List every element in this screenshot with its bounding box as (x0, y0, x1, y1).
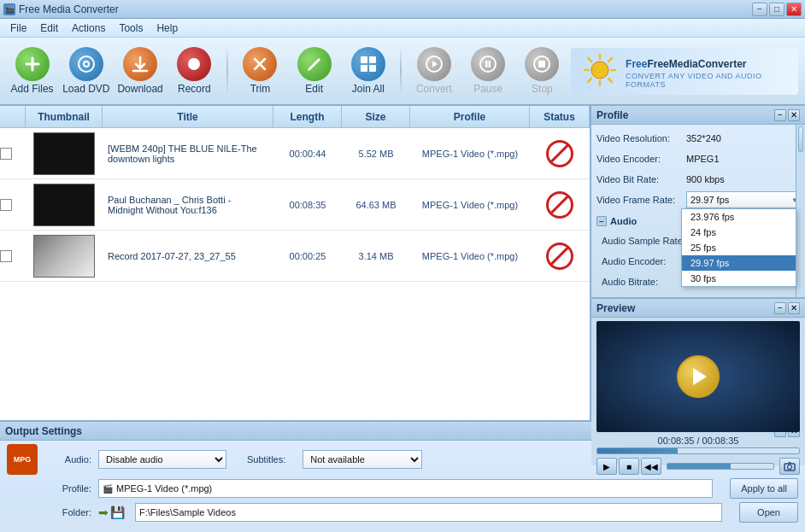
join-all-button[interactable]: Join All (343, 42, 393, 100)
fps-dropdown[interactable]: 23.976 fps 24 fps 25 fps 29.97 fps 30 fp… (681, 208, 796, 287)
pause-button[interactable]: Pause (463, 42, 514, 100)
header-title: Title (103, 106, 273, 127)
load-dvd-button[interactable]: Load DVD (61, 42, 111, 100)
fps-option-23[interactable]: 23.976 fps (682, 209, 796, 225)
profile-row-bitrate: Video Bit Rate: 900 kbps (591, 169, 805, 190)
file-list-header: Thumbnail Title Length Size Profile Stat… (0, 106, 590, 128)
convert-icon (417, 47, 451, 81)
trim-button[interactable]: Trim (235, 42, 285, 100)
table-row: Record 2017-07-27, 23_27_55 00:00:25 3.1… (0, 231, 590, 282)
brand-subtitle: CONVERT ANY VIDEO AND AUDIO FORMATS (626, 72, 788, 89)
minimize-button[interactable]: − (752, 3, 767, 16)
svg-rect-9 (485, 61, 488, 67)
brand-logo (581, 51, 619, 91)
profile-row-resolution: Video Resolution: 352*240 (591, 128, 805, 149)
audio-select[interactable]: Disable audio (98, 450, 226, 469)
fps-option-25[interactable]: 25 fps (682, 240, 796, 255)
row-2-thumbnail (33, 184, 95, 226)
fps-option-2997[interactable]: 29.97 fps (682, 255, 796, 271)
preview-play-button[interactable] (677, 355, 720, 398)
folder-label: Folder: (44, 507, 91, 517)
row-2-profile: MPEG-1 Video (*.mpg) (410, 200, 530, 210)
menu-file[interactable]: File (3, 20, 33, 36)
svg-point-13 (591, 61, 608, 79)
edit-button[interactable]: Edit (289, 42, 339, 100)
svg-point-8 (480, 56, 496, 72)
svg-rect-12 (538, 61, 545, 67)
header-profile: Profile (410, 106, 530, 127)
svg-rect-10 (489, 61, 491, 67)
row-2-status-blocked (546, 191, 573, 219)
row-3-checkbox[interactable] (0, 250, 12, 262)
table-row: Paul Buchanan _ Chris Botti - Midnight W… (0, 179, 590, 231)
brand-name: FreeFreeMediaConverter (626, 54, 788, 72)
profile-display: 🎬 MPEG-1 Video (*.mpg) (98, 479, 713, 498)
trim-icon (243, 47, 277, 81)
apply-to-all-button[interactable]: Apply to all (730, 478, 798, 499)
header-check (0, 106, 26, 127)
app-icon: 🎬 (3, 3, 15, 15)
add-files-icon (15, 47, 50, 81)
row-1-length: 00:00:44 (273, 149, 342, 159)
convert-button[interactable]: Convert (408, 42, 459, 100)
menu-help[interactable]: Help (150, 20, 185, 36)
preview-panel-header: Preview − ✕ (591, 299, 805, 318)
stop-icon (525, 47, 559, 81)
output-row-audio: MPG Audio: Disable audio Subtitles: Not … (7, 444, 798, 475)
record-button[interactable]: Record (169, 42, 220, 100)
preview-video-area (596, 321, 800, 432)
row-3-thumbnail (33, 235, 95, 278)
download-button[interactable]: Download (115, 42, 165, 100)
output-settings-title: Output Settings (5, 425, 82, 437)
scrollbar-thumb[interactable] (798, 126, 803, 152)
preview-panel: Preview − ✕ 00:08:35 / 00:08:35 ▶ ■ ◀◀ (591, 299, 805, 465)
main-area: Thumbnail Title Length Size Profile Stat… (0, 106, 805, 420)
svg-point-2 (188, 58, 200, 70)
profile-icon: 🎬 (103, 484, 113, 494)
row-1-checkbox[interactable] (0, 148, 12, 160)
row-2-title: Paul Buchanan _ Chris Botti - Midnight W… (103, 191, 273, 219)
preview-panel-minimize[interactable]: − (774, 302, 786, 314)
profile-panel-header: Profile − ✕ (591, 106, 805, 125)
open-button[interactable]: Open (739, 502, 798, 523)
menu-bar: File Edit Actions Tools Help (0, 19, 805, 38)
maximize-button[interactable]: □ (769, 3, 784, 16)
subtitles-label: Subtitles: (247, 454, 285, 465)
profile-panel-close[interactable]: ✕ (788, 109, 800, 121)
svg-rect-3 (361, 56, 367, 63)
profile-scrollbar[interactable] (796, 125, 805, 297)
row-2-checkbox[interactable] (0, 199, 12, 211)
audio-collapse-button[interactable]: − (596, 216, 607, 226)
row-1-profile: MPEG-1 Video (*.mpg) (410, 149, 530, 159)
row-1-title: [WEBM 240p] THE BLUE NILE-The downtown l… (103, 140, 273, 167)
stop-button[interactable]: Stop (517, 42, 567, 100)
framerate-select[interactable]: 23.976 fps 24 fps 25 fps 29.97 fps 30 fp… (686, 191, 800, 208)
profile-panel: Profile − ✕ Video Resolution: 352*240 Vi… (591, 106, 805, 299)
row-3-profile: MPEG-1 Video (*.mpg) (410, 251, 530, 261)
row-2-length: 00:08:35 (273, 200, 342, 210)
preview-panel-close[interactable]: ✕ (788, 302, 800, 314)
subtitles-select[interactable]: Not available (303, 450, 422, 469)
svg-line-19 (608, 79, 612, 82)
menu-tools[interactable]: Tools (112, 20, 150, 36)
header-size: Size (342, 106, 410, 127)
brand-area: FreeFreeMediaConverter CONVERT ANY VIDEO… (571, 48, 798, 95)
folder-input[interactable] (135, 503, 722, 522)
svg-point-0 (79, 56, 94, 72)
svg-line-18 (588, 58, 591, 61)
row-3-size: 3.14 MB (342, 251, 410, 261)
profile-panel-minimize[interactable]: − (774, 109, 786, 121)
close-button[interactable]: ✕ (786, 3, 802, 16)
menu-actions[interactable]: Actions (65, 20, 112, 36)
audio-label: Audio: (44, 454, 91, 465)
profile-panel-title: Profile (596, 109, 628, 121)
header-length: Length (273, 106, 342, 127)
menu-edit[interactable]: Edit (33, 20, 65, 36)
file-list: Thumbnail Title Length Size Profile Stat… (0, 106, 591, 420)
fps-option-30[interactable]: 30 fps (682, 271, 796, 286)
row-2-size: 64.63 MB (342, 200, 410, 210)
fps-option-24[interactable]: 24 fps (682, 225, 796, 240)
add-files-button[interactable]: Add Files (7, 42, 57, 100)
right-panel: Profile − ✕ Video Resolution: 352*240 Vi… (591, 106, 805, 420)
save-icon: 💾 (110, 506, 125, 519)
